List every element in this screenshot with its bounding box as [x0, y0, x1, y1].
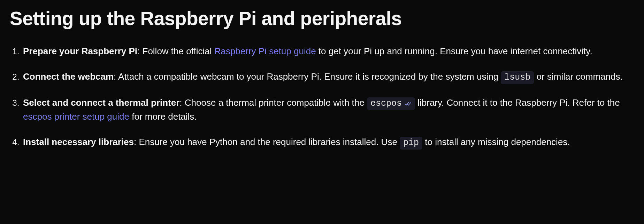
step-text: for more details.: [129, 111, 197, 122]
step-title: Install necessary libraries: [23, 137, 134, 147]
inline-code: escpos: [367, 97, 415, 110]
inline-code: lsusb: [501, 71, 534, 84]
step-text: : Ensure you have Python and the require…: [134, 137, 400, 147]
double-check-icon: [405, 101, 412, 106]
step-text: : Attach a compatible webcam to your Ras…: [114, 71, 501, 82]
steps-list: Prepare your Raspberry Pi: Follow the of…: [10, 45, 634, 150]
step-text: library. Connect it to the Raspberry Pi.…: [415, 97, 620, 108]
step-title: Connect the webcam: [23, 71, 114, 82]
list-item: Prepare your Raspberry Pi: Follow the of…: [22, 45, 634, 58]
step-text: to get your Pi up and running. Ensure yo…: [316, 46, 592, 56]
page-heading: Setting up the Raspberry Pi and peripher…: [10, 7, 634, 30]
step-text: or similar commands.: [534, 71, 622, 82]
list-item: Select and connect a thermal printer: Ch…: [22, 96, 634, 124]
step-text: : Choose a thermal printer compatible wi…: [179, 97, 367, 108]
list-item: Connect the webcam: Attach a compatible …: [22, 70, 634, 84]
code-text: escpos: [370, 98, 402, 110]
step-text: : Follow the official: [137, 46, 214, 56]
inline-code: pip: [400, 137, 422, 150]
escpos-guide-link[interactable]: escpos printer setup guide: [23, 111, 129, 122]
list-item: Install necessary libraries: Ensure you …: [22, 135, 634, 150]
step-title: Select and connect a thermal printer: [23, 97, 179, 108]
step-text: to install any missing dependencies.: [422, 137, 570, 147]
raspberry-pi-guide-link[interactable]: Raspberry Pi setup guide: [214, 46, 316, 56]
step-title: Prepare your Raspberry Pi: [23, 46, 137, 56]
